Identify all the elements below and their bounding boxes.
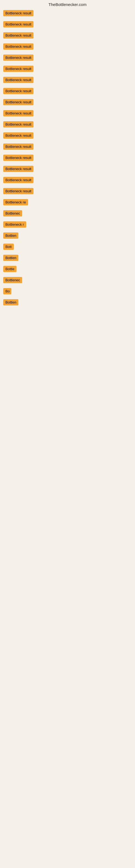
bottleneck-badge[interactable]: Bottleneck result	[3, 155, 34, 161]
list-item: Bottleneck result	[3, 99, 132, 105]
bottleneck-badge[interactable]: Bottleneck result	[3, 144, 34, 150]
list-item: Bottlen	[3, 232, 132, 239]
list-item: Bottleneck result	[3, 177, 132, 183]
list-item: Bottleneck r	[3, 221, 132, 227]
bottleneck-badge[interactable]: Bottleneck re	[3, 199, 28, 205]
bottleneck-badge[interactable]: Bottleneck result	[3, 43, 34, 50]
bottleneck-badge[interactable]: Bottleneck result	[3, 166, 34, 172]
list-item: Bottleneck result	[3, 21, 132, 27]
list-item: Bottleneck result	[3, 88, 132, 94]
list-item: Bottleneck result	[3, 10, 132, 16]
bottleneck-badge[interactable]: Bottle	[3, 266, 16, 272]
bottleneck-badge[interactable]: Bottleneck result	[3, 99, 34, 105]
list-item: Bottleneck result	[3, 110, 132, 116]
items-container: Bottleneck resultBottleneck resultBottle…	[0, 10, 135, 305]
list-item: Bo	[3, 288, 132, 294]
list-item: Bottleneck result	[3, 166, 132, 172]
bottleneck-badge[interactable]: Bottlenec	[3, 277, 22, 283]
list-item: Bottlen	[3, 255, 132, 261]
bottleneck-badge[interactable]: Bottleneck result	[3, 177, 34, 183]
bottleneck-badge[interactable]: Bottleneck result	[3, 110, 34, 116]
bottleneck-badge[interactable]: Bottleneck result	[3, 66, 34, 72]
list-item: Bottleneck result	[3, 155, 132, 161]
list-item: Bottleneck result	[3, 121, 132, 127]
bottleneck-badge[interactable]: Bottleneck result	[3, 188, 34, 194]
list-item: Bottleneck result	[3, 66, 132, 72]
bottleneck-badge[interactable]: Bottlenec	[3, 210, 22, 216]
bottleneck-badge[interactable]: Bo	[3, 288, 11, 294]
bottleneck-badge[interactable]: Bottleneck result	[3, 88, 34, 94]
bottleneck-badge[interactable]: Bottleneck result	[3, 10, 34, 16]
list-item: Bottleneck result	[3, 188, 132, 194]
site-title: TheBottlenecker.com	[0, 0, 135, 10]
list-item: Bottlenec	[3, 210, 132, 216]
bottleneck-badge[interactable]: Bottleneck result	[3, 55, 34, 61]
list-item: Bottleneck result	[3, 55, 132, 61]
list-item: Bottle	[3, 266, 132, 272]
bottleneck-badge[interactable]: Bottlen	[3, 299, 18, 305]
list-item: Bottleneck result	[3, 144, 132, 150]
list-item: Bottleneck result	[3, 32, 132, 38]
bottleneck-badge[interactable]: Bottleneck result	[3, 77, 34, 83]
list-item: Bott	[3, 244, 132, 250]
bottleneck-badge[interactable]: Bottleneck result	[3, 32, 34, 38]
list-item: Bottleneck result	[3, 43, 132, 50]
list-item: Bottleneck result	[3, 132, 132, 138]
list-item: Bottlenec	[3, 277, 132, 283]
list-item: Bottleneck re	[3, 199, 132, 205]
bottleneck-badge[interactable]: Bottleneck r	[3, 221, 26, 227]
bottleneck-badge[interactable]: Bottleneck result	[3, 132, 34, 138]
bottleneck-badge[interactable]: Bottleneck result	[3, 21, 34, 27]
list-item: Bottlen	[3, 299, 132, 305]
bottleneck-badge[interactable]: Bottlen	[3, 232, 18, 239]
bottleneck-badge[interactable]: Bott	[3, 244, 14, 250]
bottleneck-badge[interactable]: Bottleneck result	[3, 121, 34, 127]
bottleneck-badge[interactable]: Bottlen	[3, 255, 18, 261]
list-item: Bottleneck result	[3, 77, 132, 83]
